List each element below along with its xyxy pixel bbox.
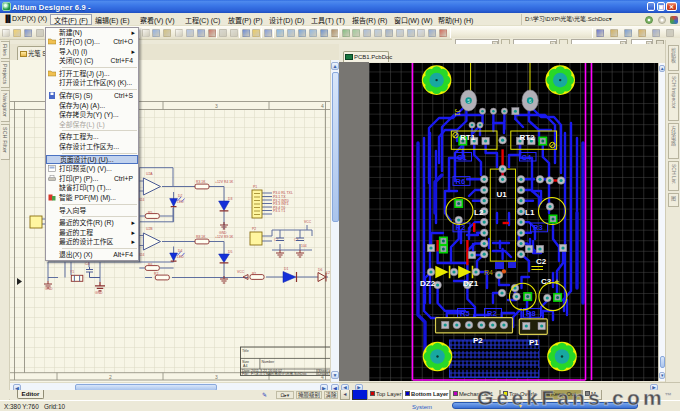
svg-text:U1: U1: [497, 190, 508, 199]
svg-text:2: 2: [109, 374, 112, 380]
svg-text:VCC: VCC: [237, 270, 245, 274]
svg-text:File:: File:: [242, 372, 249, 376]
svg-text:3: 3: [215, 103, 218, 109]
svg-text:R3 1K: R3 1K: [196, 180, 206, 184]
svg-text:D2: D2: [178, 194, 182, 198]
svg-text:Y1: Y1: [70, 270, 74, 274]
svg-text:Number: Number: [262, 360, 276, 364]
svg-text:P2: P2: [473, 336, 483, 345]
svg-text:R6: R6: [148, 263, 152, 267]
svg-text:3: 3: [215, 374, 218, 380]
svg-text:L1: L1: [525, 208, 535, 217]
svg-text:5: 5: [467, 98, 470, 104]
svg-text:GND: GND: [219, 231, 227, 235]
svg-text:LED: LED: [177, 200, 184, 204]
svg-text:L2: L2: [474, 208, 484, 217]
svg-text:U2B: U2B: [146, 227, 153, 231]
svg-text:GND: GND: [45, 287, 53, 291]
svg-text:R6: R6: [456, 177, 466, 186]
svg-text:D6: D6: [318, 268, 322, 272]
svg-text:C4: C4: [522, 153, 532, 162]
svg-text:C2: C2: [536, 257, 547, 266]
svg-text:Size: Size: [242, 360, 249, 364]
svg-text:LED: LED: [177, 255, 184, 259]
svg-text:D1: D1: [284, 267, 288, 271]
svg-text:Title: Title: [242, 349, 249, 353]
svg-text:D4: D4: [178, 249, 182, 253]
svg-text:104: 104: [301, 244, 307, 248]
svg-text:RT2: RT2: [520, 133, 536, 142]
svg-text:GND: GND: [95, 291, 103, 295]
svg-text:4: 4: [321, 103, 324, 109]
svg-text:R5: R5: [460, 309, 470, 318]
svg-text:C1: C1: [457, 153, 467, 162]
svg-text:DZ2: DZ2: [420, 279, 436, 288]
svg-text:P2: P2: [252, 227, 256, 231]
svg-text:R2: R2: [154, 272, 158, 276]
svg-text:VCC: VCC: [304, 220, 312, 224]
svg-text:J1: J1: [454, 109, 461, 116]
svg-text:R5: R5: [148, 211, 152, 215]
svg-text:D3: D3: [228, 197, 232, 201]
svg-text:RT1: RT1: [460, 133, 476, 142]
svg-text:R8: R8: [526, 309, 536, 318]
svg-text:P1: P1: [529, 338, 539, 347]
svg-text:DZ1: DZ1: [463, 279, 479, 288]
svg-text:P3.5 T1: P3.5 T1: [273, 209, 285, 213]
svg-text:R2: R2: [487, 309, 497, 318]
svg-text:+12V R4 1K: +12V R4 1K: [215, 180, 234, 184]
svg-text:6: 6: [529, 98, 532, 104]
svg-text:R1: R1: [252, 272, 256, 276]
svg-text:F:\学习文档\光笔设计\光笔.SchDoc: F:\学习文档\光笔设计\光笔.SchDoc: [251, 371, 307, 376]
svg-text:P1: P1: [253, 185, 257, 189]
svg-text:Drawn By:: Drawn By:: [318, 372, 330, 376]
svg-text:A4: A4: [243, 364, 247, 368]
svg-text:R3: R3: [533, 223, 543, 232]
svg-text:D5: D5: [228, 250, 232, 254]
svg-text:R4: R4: [484, 269, 493, 276]
svg-text:C4: C4: [85, 262, 89, 266]
svg-text:R8 1K: R8 1K: [196, 235, 206, 239]
svg-text:+12V R9 1K: +12V R9 1K: [215, 235, 234, 239]
svg-text:U2A: U2A: [146, 172, 153, 176]
